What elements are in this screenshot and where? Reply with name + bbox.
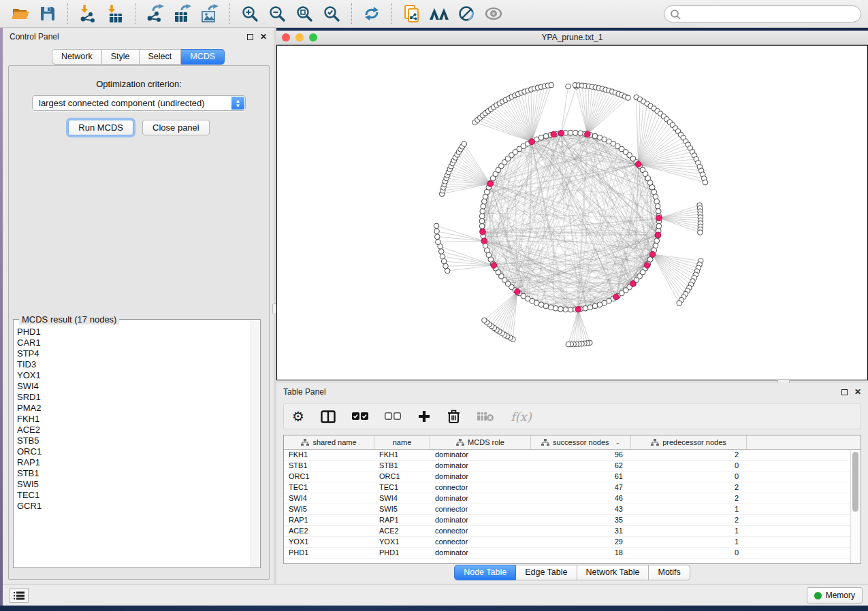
table-cell[interactable]: ACE2 [374,526,430,536]
table-cell[interactable]: connector [430,537,531,547]
mcds-result-item[interactable]: SRD1 [17,392,248,403]
table-row[interactable]: FKH1FKH1dominator962 [284,450,861,461]
mcds-result-item[interactable]: ACE2 [17,425,248,435]
close-panel-button[interactable]: Close panel [142,120,210,135]
delete-column-icon[interactable] [447,406,460,427]
table-cell[interactable]: 1 [631,526,747,536]
tab-select[interactable]: Select [140,49,182,65]
gear-icon[interactable]: ⚙ [292,406,304,427]
add-column-icon[interactable] [417,406,431,427]
table-cell[interactable]: 46 [531,493,631,503]
table-cell[interactable]: TEC1 [284,482,374,493]
table-row[interactable]: SWI5SWI5connector431 [284,504,861,515]
close-panel-icon[interactable]: ✕ [260,34,267,40]
mcds-result-item[interactable]: FKH1 [17,414,248,425]
network-window-titlebar[interactable]: YPA_prune.txt_1 [276,31,868,45]
mcds-result-item[interactable]: STP4 [17,348,248,359]
mcds-result-item[interactable]: GCR1 [17,501,248,512]
mcds-result-item[interactable]: RAP1 [17,457,248,468]
table-cell[interactable]: 96 [531,450,631,460]
network-search-box[interactable] [664,5,861,22]
table-cell[interactable]: dominator [430,548,531,558]
table-cell[interactable]: PHD1 [284,548,374,558]
table-cell[interactable]: connector [430,482,531,493]
export-network-icon[interactable] [142,3,169,24]
export-image-icon[interactable] [196,3,223,24]
clone-network-icon[interactable] [398,3,425,24]
table-cell[interactable]: 31 [531,526,631,536]
apply-preferred-layout-icon[interactable] [358,3,385,24]
import-network-from-file-icon[interactable] [74,3,101,24]
table-cell[interactable]: 0 [631,472,747,482]
table-row[interactable]: SWI4SWI4dominator462 [284,493,861,504]
tab-motifs[interactable]: Motifs [649,565,690,580]
column-header-predecessor-nodes[interactable]: predecessor nodes [631,435,747,449]
table-cell[interactable]: SWI4 [374,493,430,503]
mcds-result-item[interactable]: STB1 [17,468,248,479]
open-file-icon[interactable] [7,3,34,24]
tab-mcds[interactable]: MCDS [181,49,225,65]
table-cell[interactable]: connector [430,504,531,514]
table-cell[interactable]: RAP1 [374,515,430,525]
table-cell[interactable]: SWI5 [284,504,374,514]
table-cell[interactable]: SWI4 [284,493,374,503]
table-cell[interactable]: PHD1 [374,548,430,558]
mcds-result-item[interactable]: TEC1 [17,490,248,501]
table-cell[interactable]: 2 [631,493,747,503]
function-builder-icon[interactable]: f(x) [511,406,532,427]
table-row[interactable]: PHD1PHD1dominator180 [284,548,861,559]
table-cell[interactable]: 2 [631,515,747,525]
column-header-MCDS-role[interactable]: MCDS role [430,435,531,449]
table-cell[interactable]: dominator [430,493,531,503]
table-cell[interactable]: STB1 [284,461,374,471]
table-row[interactable]: ORC1ORC1dominator610 [284,472,861,482]
table-cell[interactable]: dominator [430,515,531,525]
mcds-result-item[interactable]: SWI5 [17,479,248,490]
table-cell[interactable]: dominator [430,450,531,460]
delete-table-icon[interactable] [477,406,494,427]
mcds-result-item[interactable]: STB5 [17,435,248,446]
mcds-result-item[interactable]: PHD1 [17,327,248,337]
table-cell[interactable]: 62 [531,461,631,471]
table-scrollbar[interactable] [850,450,861,563]
column-header-name[interactable]: name [374,435,430,449]
mcds-result-item[interactable]: CAR1 [17,337,248,348]
memory-button[interactable]: Memory [807,587,863,604]
first-neighbors-icon[interactable] [425,3,453,24]
table-row[interactable]: RAP1RAP1dominator352 [284,515,861,526]
mcds-result-item[interactable]: YOX1 [17,370,248,381]
table-cell[interactable]: 2 [631,450,747,460]
tab-node-table[interactable]: Node Table [454,565,516,580]
table-cell[interactable]: 0 [631,461,747,471]
network-canvas[interactable] [276,45,868,380]
table-cell[interactable]: YOX1 [284,537,374,547]
mcds-result-item[interactable]: SWI4 [17,381,248,392]
table-row[interactable]: YOX1YOX1connector291 [284,537,861,548]
table-cell[interactable]: 2 [631,482,747,493]
mcds-result-item[interactable]: ORC1 [17,446,248,457]
zoom-selected-region-icon[interactable] [318,3,345,24]
zoom-fit-content-icon[interactable] [291,3,318,24]
close-panel-icon[interactable]: ✕ [854,389,861,395]
table-cell[interactable]: 1 [631,537,747,547]
table-cell[interactable]: 18 [531,548,631,558]
show-all-icon[interactable] [480,3,507,24]
float-panel-icon[interactable] [247,34,253,40]
table-row[interactable]: STB1STB1dominator620 [284,461,861,472]
table-cell[interactable]: RAP1 [284,515,374,525]
tab-edge-table[interactable]: Edge Table [516,565,577,580]
optimization-criterion-dropdown[interactable]: largest connected component (undirected)… [32,95,246,111]
mcds-result-item[interactable]: PMA2 [17,403,248,414]
hide-selected-icon[interactable] [453,3,480,24]
split-columns-icon[interactable] [321,406,336,427]
table-cell[interactable]: 43 [531,504,631,514]
table-cell[interactable]: 29 [531,537,631,547]
table-cell[interactable]: 35 [531,515,631,525]
tab-style[interactable]: Style [102,49,140,65]
table-cell[interactable]: 0 [631,548,747,558]
tab-network-table[interactable]: Network Table [577,565,649,580]
table-cell[interactable]: dominator [430,472,531,482]
column-header-successor-nodes[interactable]: successor nodes⌄ [531,435,631,449]
table-cell[interactable]: ORC1 [284,472,374,482]
network-graph[interactable] [277,46,867,380]
